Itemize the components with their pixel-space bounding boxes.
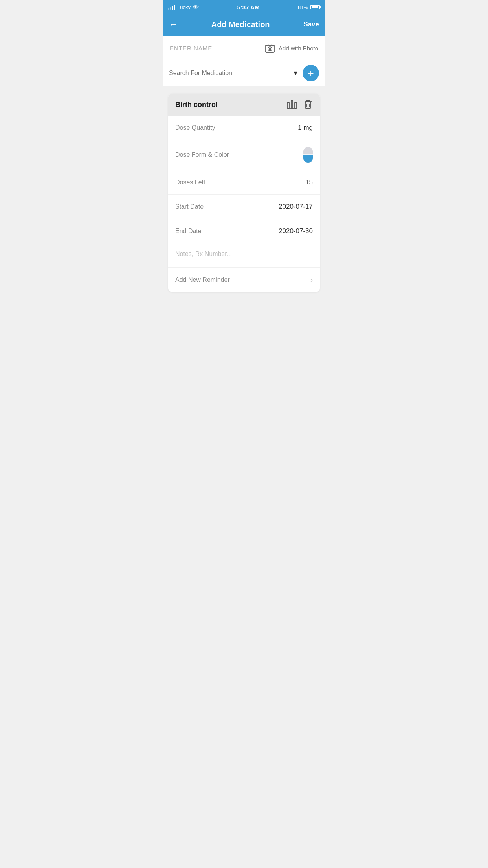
chevron-right-icon: ›: [310, 276, 313, 284]
svg-point-4: [273, 46, 273, 47]
start-date-label: Start Date: [175, 203, 204, 210]
medication-actions: [287, 99, 313, 110]
svg-rect-12: [305, 102, 311, 108]
content-area: ENTER NAME Add with Photo ▼ + Birth cont…: [163, 36, 325, 292]
notes-placeholder: Notes, Rx Number...: [175, 250, 232, 257]
start-date-row[interactable]: Start Date 2020-07-17: [168, 195, 320, 219]
svg-rect-6: [291, 101, 293, 108]
signal-icon: [168, 4, 175, 10]
add-medication-button[interactable]: +: [303, 65, 319, 81]
add-photo-label: Add with Photo: [279, 45, 318, 51]
back-button[interactable]: ←: [169, 19, 178, 29]
end-date-row[interactable]: End Date 2020-07-30: [168, 219, 320, 243]
camera-icon: [264, 42, 275, 53]
svg-rect-5: [288, 102, 289, 108]
carrier-name: Lucky: [177, 4, 191, 10]
search-input[interactable]: [169, 70, 288, 77]
svg-rect-18: [303, 155, 313, 163]
dose-quantity-value: 1 mg: [298, 124, 313, 132]
add-photo-button[interactable]: Add with Photo: [264, 42, 318, 53]
medication-card: Birth control: [168, 94, 320, 292]
svg-point-2: [269, 48, 271, 50]
svg-rect-17: [303, 147, 313, 155]
doses-left-row[interactable]: Doses Left 15: [168, 170, 320, 195]
svg-rect-7: [295, 102, 296, 108]
svg-rect-3: [268, 44, 272, 46]
doses-left-label: Doses Left: [175, 179, 205, 186]
battery-icon: [310, 5, 320, 9]
save-button[interactable]: Save: [303, 20, 319, 28]
status-bar: Lucky 5:37 AM 81%: [163, 0, 325, 14]
status-left: Lucky: [168, 4, 199, 10]
medication-name: Birth control: [175, 101, 218, 109]
dose-quantity-label: Dose Quantity: [175, 124, 215, 131]
search-row: ▼ +: [163, 60, 325, 86]
dose-quantity-row[interactable]: Dose Quantity 1 mg: [168, 116, 320, 140]
nav-bar: ← Add Medication Save: [163, 14, 325, 36]
end-date-label: End Date: [175, 228, 202, 235]
reminder-label: Add New Reminder: [175, 276, 230, 283]
status-right: 81%: [298, 4, 320, 10]
page-title: Add Medication: [211, 20, 270, 29]
delete-medication-icon[interactable]: [303, 99, 313, 110]
end-date-value: 2020-07-30: [279, 227, 313, 235]
wifi-icon: [193, 5, 199, 9]
medication-info-icon[interactable]: [287, 99, 297, 110]
medication-header: Birth control: [168, 94, 320, 116]
doses-left-value: 15: [305, 178, 313, 186]
notes-row[interactable]: Notes, Rx Number...: [168, 243, 320, 268]
start-date-value: 2020-07-17: [279, 203, 313, 211]
chevron-down-icon[interactable]: ▼: [292, 70, 299, 77]
dose-form-label: Dose Form & Color: [175, 151, 229, 158]
name-input[interactable]: ENTER NAME: [170, 45, 212, 51]
dose-form-row[interactable]: Dose Form & Color: [168, 140, 320, 170]
name-row: ENTER NAME Add with Photo: [163, 36, 325, 60]
battery-percent: 81%: [298, 4, 308, 10]
status-time: 5:37 AM: [237, 4, 259, 11]
pill-icon: [303, 147, 313, 163]
add-reminder-row[interactable]: Add New Reminder ›: [168, 268, 320, 292]
